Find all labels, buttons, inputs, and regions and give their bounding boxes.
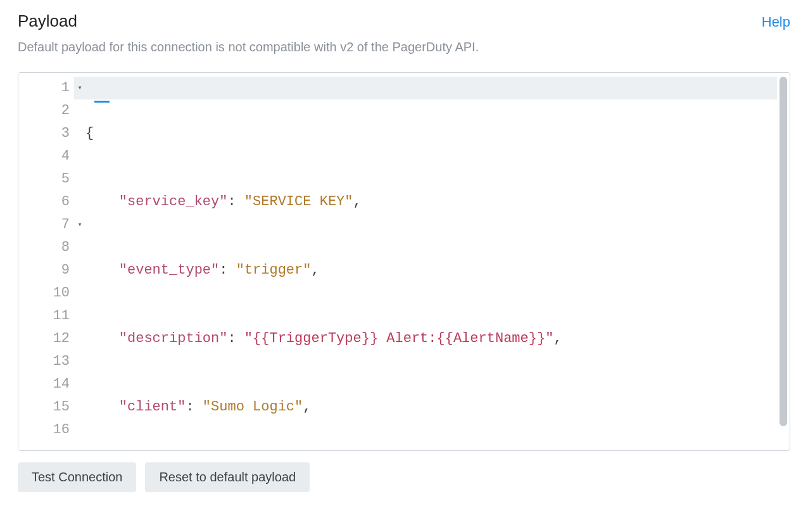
line-number-gutter: 1 2 3 4 5 6 7 8 9 10 11 12 13 14 15 16 — [18, 73, 74, 450]
cursor-indicator — [94, 101, 110, 103]
fold-toggle-icon[interactable] — [74, 213, 85, 236]
line-number: 6 — [18, 191, 73, 213]
line-number: 7 — [18, 213, 73, 236]
line-number: 1 — [18, 77, 73, 99]
code-line[interactable]: "event_type": "trigger", — [85, 259, 777, 282]
test-connection-button[interactable]: Test Connection — [18, 462, 136, 492]
fold-gutter — [74, 73, 85, 450]
line-number: 15 — [18, 396, 73, 419]
line-number: 11 — [18, 305, 73, 327]
section-title: Payload — [18, 11, 77, 31]
code-area[interactable]: { "service_key": "SERVICE KEY", "event_t… — [85, 73, 777, 450]
compatibility-warning: Default payload for this connection is n… — [18, 40, 790, 54]
code-line[interactable]: { — [85, 122, 777, 145]
line-number: 2 — [18, 99, 73, 122]
code-line[interactable]: "service_key": "SERVICE KEY", — [85, 191, 777, 213]
line-number: 13 — [18, 350, 73, 373]
line-number: 5 — [18, 168, 73, 191]
line-number: 10 — [18, 282, 73, 305]
fold-toggle-icon[interactable] — [74, 77, 85, 99]
vertical-scrollbar[interactable] — [780, 77, 787, 426]
reset-payload-button[interactable]: Reset to default payload — [145, 462, 310, 492]
line-number: 9 — [18, 259, 73, 282]
line-number: 14 — [18, 373, 73, 396]
payload-editor[interactable]: 1 2 3 4 5 6 7 8 9 10 11 12 13 14 15 16 — [18, 72, 790, 451]
line-number: 8 — [18, 236, 73, 259]
line-number: 3 — [18, 122, 73, 145]
line-number: 12 — [18, 327, 73, 350]
code-line[interactable]: "description": "{{TriggerType}} Alert:{{… — [85, 327, 777, 350]
code-line[interactable]: "client": "Sumo Logic", — [85, 396, 777, 419]
line-number: 4 — [18, 145, 73, 168]
help-link[interactable]: Help — [762, 14, 790, 30]
line-number: 16 — [18, 419, 73, 441]
